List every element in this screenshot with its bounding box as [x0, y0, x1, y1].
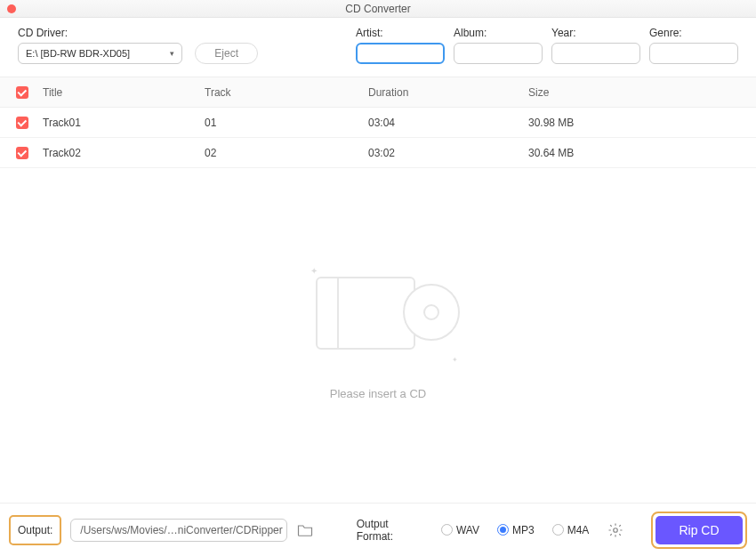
output-format-label: Output Format: — [357, 518, 427, 543]
col-duration: Duration — [368, 86, 528, 99]
rip-cd-button[interactable]: Rip CD — [655, 516, 743, 544]
format-radio-m4a[interactable]: M4A — [552, 524, 590, 536]
table-row[interactable]: Track02 02 03:02 30.64 MB — [0, 138, 756, 168]
format-option-label: MP3 — [512, 524, 535, 536]
genre-label: Genre: — [649, 27, 738, 39]
cell-size: 30.98 MB — [528, 117, 740, 129]
track-table: Title Track Duration Size Track01 01 03:… — [0, 77, 756, 503]
select-all-checkbox[interactable] — [16, 86, 28, 99]
table-header: Title Track Duration Size — [0, 77, 756, 108]
empty-message: Please insert a CD — [330, 387, 426, 400]
cell-duration: 03:02 — [368, 147, 528, 159]
cell-title: Track02 — [43, 147, 205, 159]
cell-size: 30.64 MB — [528, 147, 740, 159]
year-input[interactable] — [551, 43, 640, 64]
cd-driver-label: CD Driver: — [18, 27, 258, 39]
format-radios: WAVMP3M4A — [441, 524, 589, 536]
format-option-label: WAV — [456, 524, 479, 536]
cell-track: 01 — [205, 117, 368, 129]
radio-icon — [497, 524, 509, 536]
cd-driver-value: E:\ [BD-RW BDR-XD05] — [26, 48, 130, 59]
cd-illustration: ✦ ✦ — [316, 271, 440, 360]
genre-input[interactable] — [649, 43, 738, 64]
window-title: CD Converter — [345, 3, 410, 15]
row-checkbox[interactable] — [16, 147, 28, 159]
output-path[interactable]: /Users/ws/Movies/…niConverter/CDRipper — [70, 519, 287, 542]
table-row[interactable]: Track01 01 03:04 30.98 MB — [0, 108, 756, 138]
radio-icon — [552, 524, 564, 536]
empty-state: ✦ ✦ Please insert a CD — [0, 168, 756, 503]
radio-icon — [441, 524, 453, 536]
sparkle-icon: ✦ — [310, 266, 318, 276]
album-input[interactable] — [454, 43, 543, 64]
cell-duration: 03:04 — [368, 117, 528, 129]
settings-icon[interactable] — [607, 521, 624, 539]
artist-label: Artist: — [356, 27, 445, 39]
col-title: Title — [43, 86, 205, 99]
folder-icon[interactable] — [296, 521, 314, 539]
artist-input[interactable] — [356, 43, 445, 64]
format-radio-wav[interactable]: WAV — [441, 524, 479, 536]
cell-title: Track01 — [43, 117, 205, 129]
metadata-row: CD Driver: E:\ [BD-RW BDR-XD05] ▾ Eject … — [0, 18, 756, 77]
format-option-label: M4A — [567, 524, 590, 536]
eject-button[interactable]: Eject — [195, 43, 258, 64]
titlebar: CD Converter — [0, 0, 756, 18]
sparkle-icon: ✦ — [452, 356, 458, 364]
year-label: Year: — [551, 27, 640, 39]
cd-driver-select[interactable]: E:\ [BD-RW BDR-XD05] ▾ — [18, 43, 182, 64]
chevron-down-icon: ▾ — [170, 49, 174, 58]
format-radio-mp3[interactable]: MP3 — [497, 524, 535, 536]
svg-point-0 — [614, 528, 618, 532]
output-label: Output: — [9, 515, 61, 545]
footer: Output: /Users/ws/Movies/…niConverter/CD… — [0, 503, 756, 556]
cell-track: 02 — [205, 147, 368, 159]
row-checkbox[interactable] — [16, 117, 28, 129]
col-size: Size — [528, 86, 740, 99]
album-label: Album: — [454, 27, 543, 39]
col-track: Track — [205, 86, 368, 99]
close-icon[interactable] — [7, 4, 16, 13]
